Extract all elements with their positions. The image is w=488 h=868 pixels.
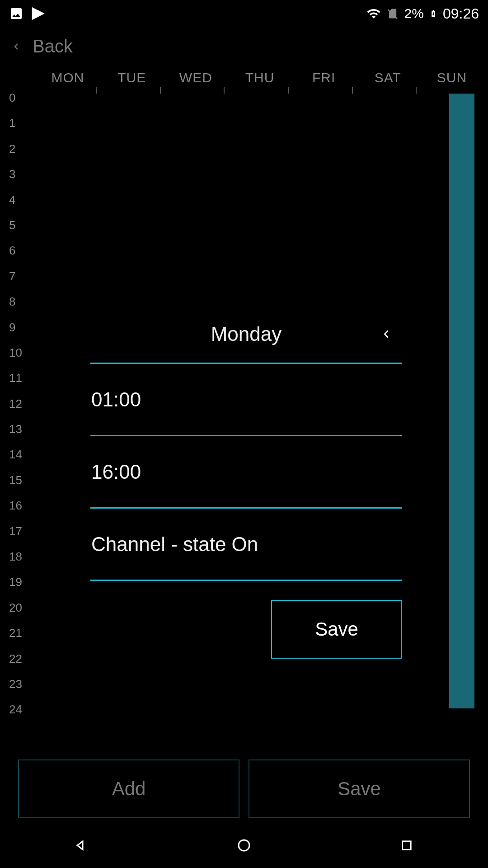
add-button[interactable]: Add	[18, 760, 239, 818]
day-tue[interactable]: TUE	[100, 70, 164, 85]
hour-label: 5	[9, 218, 22, 231]
hour-label: 4	[9, 193, 22, 206]
hour-label: 6	[9, 244, 22, 256]
bottom-toolbar: Add Save	[18, 760, 470, 818]
hour-label: 14	[9, 448, 22, 460]
no-sim-icon	[386, 6, 399, 21]
hour-label: 2	[9, 142, 22, 155]
day-mon[interactable]: MON	[36, 70, 99, 85]
hour-label: 20	[9, 601, 22, 613]
wifi-icon	[366, 6, 381, 21]
play-store-icon	[31, 6, 45, 21]
chevron-left-icon	[11, 38, 22, 56]
hour-label: 22	[9, 652, 22, 665]
nav-back-icon[interactable]	[71, 835, 91, 855]
battery-charging-icon	[429, 6, 437, 21]
hour-label: 15	[9, 473, 22, 486]
day-sat[interactable]: SAT	[356, 70, 419, 85]
battery-percent: 2%	[404, 6, 424, 21]
hour-label: 21	[9, 626, 22, 639]
back-button[interactable]: Back	[0, 27, 488, 66]
hour-label: 17	[9, 524, 22, 537]
clock-time: 09:26	[443, 5, 479, 22]
edit-modal: Monday 01:00 16:00 Channel - state On Sa…	[90, 305, 402, 659]
day-fri[interactable]: FRI	[292, 70, 356, 85]
back-label: Back	[33, 36, 73, 57]
end-time-value: 16:00	[91, 461, 141, 483]
day-thu[interactable]: THU	[228, 70, 291, 85]
gallery-icon	[9, 6, 23, 21]
channel-state-value: Channel - state On	[91, 533, 258, 556]
hour-label: 11	[9, 371, 22, 384]
nav-home-icon[interactable]	[234, 835, 254, 855]
hour-labels: 0 1 2 3 4 5 6 7 8 9 10 11 12 13 14 15 16…	[9, 91, 22, 715]
day-sun[interactable]: SUN	[420, 70, 483, 85]
hour-label: 9	[9, 321, 22, 333]
status-bar: 2% 09:26	[0, 0, 488, 27]
day-wed[interactable]: WED	[164, 70, 227, 85]
nav-recent-icon[interactable]	[397, 835, 417, 855]
hour-label: 10	[9, 346, 22, 359]
hour-label: 24	[9, 703, 22, 715]
modal-close-chevron-icon[interactable]	[380, 323, 393, 345]
hour-label: 3	[9, 167, 22, 180]
android-nav-bar	[0, 823, 488, 868]
svg-marker-0	[77, 841, 83, 849]
day-header-row: MON TUE WED THU FRI SAT SUN	[36, 70, 483, 85]
end-time-field[interactable]: 16:00	[90, 436, 402, 509]
hour-label: 1	[9, 116, 22, 129]
hour-label: 13	[9, 422, 22, 435]
modal-day-field[interactable]: Monday	[211, 323, 282, 345]
hour-label: 16	[9, 499, 22, 511]
hour-label: 23	[9, 677, 22, 690]
save-button[interactable]: Save	[249, 760, 470, 818]
modal-save-button[interactable]: Save	[271, 600, 402, 659]
modal-header: Monday	[90, 305, 402, 364]
channel-state-field[interactable]: Channel - state On	[90, 509, 402, 581]
hour-label: 8	[9, 295, 22, 307]
start-time-value: 01:00	[91, 388, 141, 411]
svg-point-1	[239, 840, 249, 851]
hour-label: 12	[9, 397, 22, 410]
hour-label: 0	[9, 91, 22, 104]
hour-label: 19	[9, 575, 22, 588]
sunday-schedule-block[interactable]	[449, 94, 474, 708]
schedule-grid: MON TUE WED THU FRI SAT SUN 0 1 2 3 4 5 …	[0, 66, 488, 698]
start-time-field[interactable]: 01:00	[90, 364, 402, 436]
hour-label: 18	[9, 550, 22, 562]
hour-label: 7	[9, 269, 22, 282]
svg-rect-2	[403, 841, 411, 850]
